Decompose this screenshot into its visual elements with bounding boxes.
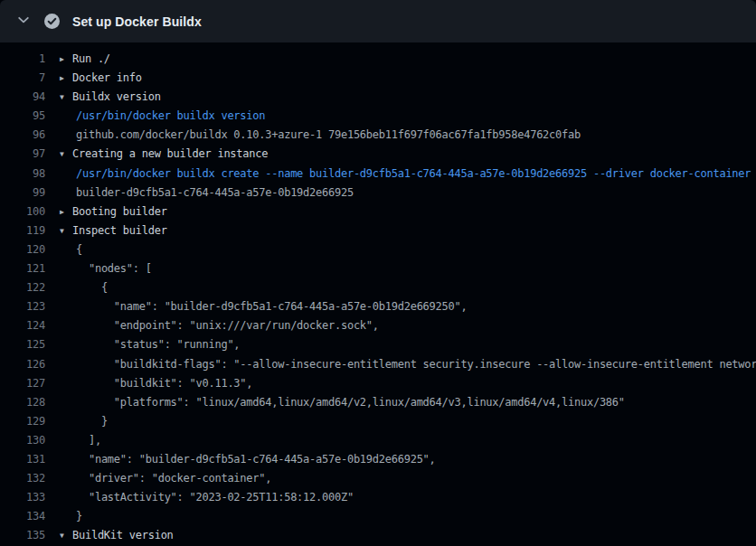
log-line: 132 "driver": "docker-container", bbox=[0, 469, 756, 488]
output-text: builder-d9cfb5a1-c764-445a-a57e-0b19d2e6… bbox=[76, 186, 354, 199]
group-title: Creating a new builder instance bbox=[72, 147, 268, 160]
log-line: 120{ bbox=[0, 240, 756, 259]
group-title: Docker info bbox=[72, 71, 142, 84]
line-number[interactable]: 95 bbox=[0, 107, 45, 126]
triangle-right-icon: ▶ bbox=[60, 50, 72, 69]
line-number[interactable]: 122 bbox=[0, 278, 45, 297]
output-text: "status": "running", bbox=[76, 338, 240, 351]
line-number[interactable]: 128 bbox=[0, 393, 45, 412]
line-number[interactable]: 96 bbox=[0, 126, 45, 145]
line-number[interactable]: 1 bbox=[0, 50, 45, 69]
line-number[interactable]: 125 bbox=[0, 335, 45, 354]
output-text: "nodes": [ bbox=[76, 262, 152, 275]
log-line: 98/usr/bin/docker buildx create --name b… bbox=[0, 165, 756, 184]
log-line: 131 "name": "builder-d9cfb5a1-c764-445a-… bbox=[0, 450, 756, 469]
output-text: "buildkitd-flags": "--allow-insecure-ent… bbox=[76, 358, 756, 371]
output-text: "name": "builder-d9cfb5a1-c764-445a-a57e… bbox=[76, 300, 467, 313]
output-text: "name": "builder-d9cfb5a1-c764-445a-a57e… bbox=[76, 453, 436, 466]
step-header[interactable]: Set up Docker Buildx bbox=[0, 0, 756, 42]
log-line: 95/usr/bin/docker buildx version bbox=[0, 107, 756, 126]
output-text: "platforms": "linux/amd64,linux/amd64/v2… bbox=[76, 396, 625, 409]
group-title: Booting builder bbox=[72, 205, 167, 218]
chevron-down-icon bbox=[16, 13, 31, 30]
line-number[interactable]: 7 bbox=[0, 69, 45, 88]
triangle-right-icon: ▶ bbox=[60, 69, 72, 88]
log-line: 134} bbox=[0, 507, 756, 526]
line-number[interactable]: 97 bbox=[0, 145, 45, 164]
command-text: /usr/bin/docker buildx create --name bui… bbox=[76, 167, 751, 180]
log-group-line[interactable]: 119▼Inspect builder bbox=[0, 221, 756, 240]
triangle-down-icon: ▼ bbox=[60, 526, 72, 545]
line-number[interactable]: 124 bbox=[0, 316, 45, 335]
log-line: 123 "name": "builder-d9cfb5a1-c764-445a-… bbox=[0, 297, 756, 316]
log-group-line[interactable]: 1▶Run ./ bbox=[0, 50, 756, 69]
line-number[interactable]: 120 bbox=[0, 240, 45, 259]
output-text: "driver": "docker-container", bbox=[76, 472, 271, 485]
line-number[interactable]: 129 bbox=[0, 412, 45, 431]
log-group-line[interactable]: 97▼Creating a new builder instance bbox=[0, 145, 756, 164]
log-line: 128 "platforms": "linux/amd64,linux/amd6… bbox=[0, 393, 756, 412]
log-line: 127 "buildkit": "v0.11.3", bbox=[0, 374, 756, 393]
output-text: { bbox=[76, 281, 108, 294]
output-text: "endpoint": "unix:///var/run/docker.sock… bbox=[76, 319, 379, 332]
line-number[interactable]: 100 bbox=[0, 202, 45, 221]
log-group-line[interactable]: 94▼Buildx version bbox=[0, 88, 756, 107]
line-number[interactable]: 132 bbox=[0, 469, 45, 488]
log-group-line[interactable]: 100▶Booting builder bbox=[0, 202, 756, 221]
log-line: 96github.com/docker/buildx 0.10.3+azure-… bbox=[0, 126, 756, 145]
line-number[interactable]: 119 bbox=[0, 221, 45, 240]
log-line: 122 { bbox=[0, 278, 756, 297]
triangle-right-icon: ▶ bbox=[60, 202, 72, 221]
group-title: BuildKit version bbox=[72, 529, 174, 541]
line-number[interactable]: 130 bbox=[0, 431, 45, 450]
line-number[interactable]: 126 bbox=[0, 355, 45, 374]
log: 1▶Run ./7▶Docker info94▼Buildx version95… bbox=[0, 42, 756, 546]
output-text: ], bbox=[76, 434, 101, 447]
log-line: 129 } bbox=[0, 412, 756, 431]
log-group-line[interactable]: 135▼BuildKit version bbox=[0, 526, 756, 545]
log-line: 126 "buildkitd-flags": "--allow-insecure… bbox=[0, 355, 756, 374]
group-title: Inspect builder bbox=[72, 224, 167, 237]
group-title: Run ./ bbox=[72, 52, 110, 65]
line-number[interactable]: 121 bbox=[0, 259, 45, 278]
output-text: github.com/docker/buildx 0.10.3+azure-1 … bbox=[76, 128, 581, 141]
command-text: /usr/bin/docker buildx version bbox=[76, 109, 265, 122]
log-line: 124 "endpoint": "unix:///var/run/docker.… bbox=[0, 316, 756, 335]
line-number[interactable]: 127 bbox=[0, 374, 45, 393]
log-line: 121 "nodes": [ bbox=[0, 259, 756, 278]
line-number[interactable]: 135 bbox=[0, 526, 45, 545]
line-number[interactable]: 99 bbox=[0, 184, 45, 202]
log-line: 99builder-d9cfb5a1-c764-445a-a57e-0b19d2… bbox=[0, 184, 756, 202]
step-title: Set up Docker Buildx bbox=[72, 14, 202, 29]
step-status-check-circle-icon bbox=[38, 8, 65, 35]
line-number[interactable]: 131 bbox=[0, 450, 45, 469]
log-line: 125 "status": "running", bbox=[0, 335, 756, 354]
line-number[interactable]: 123 bbox=[0, 297, 45, 316]
triangle-down-icon: ▼ bbox=[60, 221, 72, 240]
line-number[interactable]: 133 bbox=[0, 488, 45, 507]
triangle-down-icon: ▼ bbox=[60, 145, 72, 164]
output-text: } bbox=[76, 415, 108, 428]
log-group-line[interactable]: 7▶Docker info bbox=[0, 69, 756, 88]
log-line: 133 "lastActivity": "2023-02-25T11:58:12… bbox=[0, 488, 756, 507]
line-number[interactable]: 134 bbox=[0, 507, 45, 526]
line-number[interactable]: 94 bbox=[0, 88, 45, 107]
group-title: Buildx version bbox=[72, 90, 161, 103]
output-text: } bbox=[76, 510, 82, 522]
line-number[interactable]: 98 bbox=[0, 165, 45, 184]
output-text: "lastActivity": "2023-02-25T11:58:12.000… bbox=[76, 491, 354, 504]
output-text: "buildkit": "v0.11.3", bbox=[76, 377, 252, 390]
triangle-down-icon: ▼ bbox=[60, 88, 72, 107]
collapse-step-button[interactable] bbox=[11, 9, 36, 34]
output-text: { bbox=[76, 243, 82, 256]
log-line: 130 ], bbox=[0, 431, 756, 450]
